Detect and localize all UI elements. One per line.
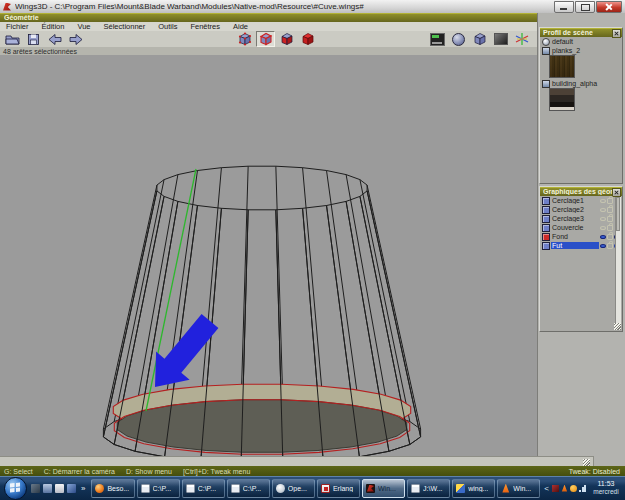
quick-launch-icon[interactable] — [67, 484, 76, 493]
open-button[interactable] — [3, 31, 22, 47]
close-button[interactable] — [596, 1, 622, 13]
geometry-graph-scrollbar[interactable] — [615, 197, 621, 330]
planks-texture-thumbnail[interactable] — [549, 55, 575, 78]
redo-button[interactable] — [66, 31, 85, 47]
object-label: Cerclage3 — [551, 215, 599, 222]
outliner-item-label: default — [552, 38, 573, 45]
select-body-button[interactable] — [298, 31, 317, 47]
visibility-eye-icon[interactable] — [600, 244, 606, 248]
visibility-eye-icon[interactable] — [600, 208, 606, 212]
object-row-fond[interactable]: Fond — [540, 232, 622, 241]
menu-fenetres[interactable]: Fenêtres — [190, 22, 220, 31]
visibility-eye-icon[interactable] — [600, 226, 606, 230]
visibility-eye-icon[interactable] — [600, 235, 606, 239]
background-button[interactable] — [491, 31, 510, 47]
visibility-eye-icon[interactable] — [600, 217, 606, 221]
geometry-graph-header[interactable]: Graphiques des géométries — [540, 187, 622, 196]
building-alpha-texture-thumbnail[interactable] — [549, 88, 575, 111]
notepad-icon — [411, 484, 420, 493]
menu-aide[interactable]: Aide — [233, 22, 248, 31]
lock-icon[interactable] — [607, 225, 613, 231]
object-row-couvercle[interactable]: Couvercle — [540, 223, 622, 232]
maximize-button[interactable] — [575, 1, 595, 13]
image-icon — [542, 47, 550, 55]
quick-launch: » — [31, 484, 87, 493]
save-button[interactable] — [24, 31, 43, 47]
outliner-item-building-alpha[interactable]: building_alpha — [540, 79, 622, 88]
taskbar-button-erlang[interactable]: Erlang — [317, 479, 360, 498]
geometry-graph-close-icon[interactable] — [612, 188, 621, 197]
taskbar-button-installer[interactable]: wing... — [452, 479, 495, 498]
show-axes-button[interactable] — [512, 31, 531, 47]
taskbar-clock[interactable]: 11:53 mercredi — [589, 480, 623, 496]
material-icon — [542, 38, 550, 46]
menu-fichier[interactable]: Fichier — [6, 22, 29, 31]
axes-star-icon — [515, 32, 529, 46]
outliner-item-label: building_alpha — [552, 80, 597, 87]
outliner-close-icon[interactable] — [612, 29, 621, 38]
undo-button[interactable] — [45, 31, 64, 47]
tray-app-icon[interactable] — [552, 485, 559, 492]
minimize-button[interactable] — [554, 1, 574, 13]
window-titlebar[interactable]: Wings3D - C:\Program Files\Mount&Blade W… — [0, 0, 625, 14]
tray-expand-icon[interactable]: < — [544, 484, 549, 493]
taskbar-button-openoffice[interactable]: Ope... — [272, 479, 315, 498]
select-vertex-button[interactable] — [235, 31, 254, 47]
quick-launch-icon[interactable] — [43, 484, 52, 493]
quick-launch-expand-icon[interactable]: » — [81, 484, 85, 493]
object-label: Couvercle — [551, 224, 599, 231]
object-cube-icon — [542, 197, 550, 205]
scrollbar-thumb[interactable] — [616, 197, 620, 231]
vertex-mode-icon — [237, 32, 252, 46]
visibility-eye-icon[interactable] — [600, 199, 606, 203]
menu-edition[interactable]: Édition — [42, 22, 65, 31]
object-row-fut[interactable]: Fut — [540, 241, 622, 250]
tray-vlc-icon[interactable] — [561, 485, 568, 492]
object-row-cerclage2[interactable]: Cerclage2 — [540, 205, 622, 214]
select-edge-button[interactable] — [256, 31, 275, 47]
geometry-window-titlebar[interactable]: Géométrie — [0, 13, 537, 22]
lock-icon[interactable] — [607, 243, 613, 249]
hint-camera: C: Démarrer la caméra — [44, 468, 115, 475]
outliner-item-default[interactable]: default — [540, 37, 622, 46]
window-resize-grip[interactable] — [583, 459, 590, 466]
view-settings-button[interactable] — [428, 31, 447, 47]
taskbar-button-document[interactable]: C:\P... — [137, 479, 180, 498]
taskbar-button-document[interactable]: C:\P... — [227, 479, 270, 498]
lock-icon[interactable] — [607, 234, 613, 240]
open-folder-icon — [5, 33, 20, 46]
geometry-graph-panel[interactable]: Graphiques des géométries Cerclage1 Cerc… — [539, 186, 623, 332]
taskbar-button-firefox[interactable]: Beso... — [91, 479, 134, 498]
taskbar-button-vlc[interactable]: Win... — [497, 479, 540, 498]
lock-icon[interactable] — [607, 198, 613, 204]
lock-icon[interactable] — [607, 207, 613, 213]
taskbar-button-wings3d[interactable]: Win... — [362, 479, 405, 498]
select-face-button[interactable] — [277, 31, 296, 47]
outliner-item-planks[interactable]: planks_2 — [540, 46, 622, 55]
menu-vue[interactable]: Vue — [77, 22, 90, 31]
edge-mode-icon — [258, 32, 273, 46]
image-icon — [542, 80, 550, 88]
taskbar-button-document[interactable]: C:\P... — [182, 479, 225, 498]
clock-time: 11:53 — [589, 480, 623, 488]
info-bar: G: Select C: Démarrer la caméra D: Show … — [0, 466, 625, 476]
object-row-cerclage3[interactable]: Cerclage3 — [540, 214, 622, 223]
outliner-header[interactable]: Profil de scène — [540, 28, 622, 37]
menu-selectionner[interactable]: Sélectionner — [104, 22, 146, 31]
taskbar-button-document[interactable]: J:\W... — [407, 479, 450, 498]
smooth-preview-button[interactable] — [449, 31, 468, 47]
undo-arrow-icon — [48, 33, 62, 46]
object-row-cerclage1[interactable]: Cerclage1 — [540, 196, 622, 205]
erlang-icon — [321, 484, 330, 493]
tray-network-icon[interactable] — [579, 485, 586, 492]
menu-outils[interactable]: Outils — [158, 22, 177, 31]
quick-launch-icon[interactable] — [31, 484, 40, 493]
start-button[interactable] — [4, 477, 27, 500]
outliner-panel[interactable]: Profil de scène default planks_2 buildin… — [539, 27, 623, 184]
orthogonal-view-button[interactable] — [470, 31, 489, 47]
geometry-viewport[interactable] — [0, 55, 537, 456]
panel-resize-grip[interactable] — [614, 323, 621, 330]
lock-icon[interactable] — [607, 216, 613, 222]
quick-launch-icon[interactable] — [55, 484, 64, 493]
tray-volume-icon[interactable] — [570, 485, 577, 492]
